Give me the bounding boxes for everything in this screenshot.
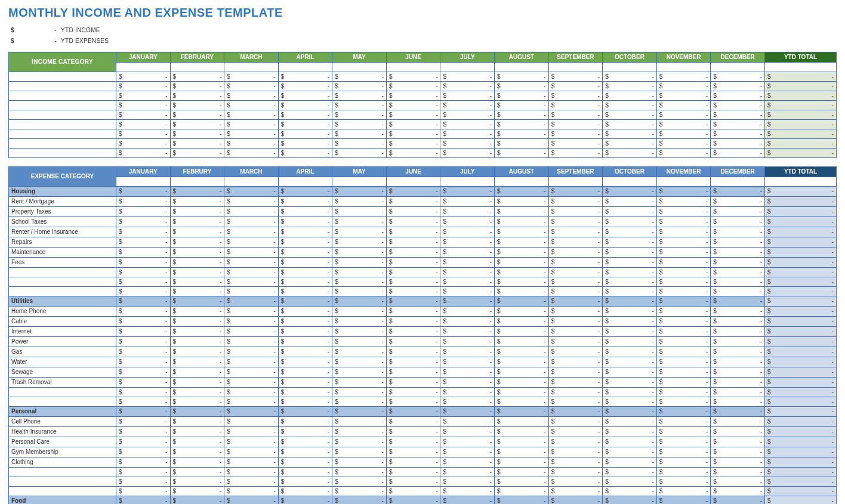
- amount-cell[interactable]: $-: [170, 378, 224, 388]
- amount-cell[interactable]: $-: [278, 347, 332, 357]
- amount-cell[interactable]: $-: [386, 129, 440, 139]
- amount-cell[interactable]: $-: [224, 227, 279, 237]
- amount-cell[interactable]: $-: [278, 207, 332, 217]
- amount-cell[interactable]: $-: [116, 378, 171, 388]
- amount-cell[interactable]: $-: [495, 427, 549, 437]
- amount-cell[interactable]: $-: [440, 101, 495, 110]
- amount-cell[interactable]: $-: [224, 417, 279, 427]
- amount-cell[interactable]: $-: [116, 82, 171, 91]
- amount-cell[interactable]: $-: [711, 197, 765, 207]
- amount-cell[interactable]: $-: [548, 378, 603, 388]
- amount-cell[interactable]: $-: [656, 457, 711, 468]
- amount-cell[interactable]: $-: [224, 217, 279, 227]
- amount-cell[interactable]: $-: [495, 139, 549, 149]
- amount-cell[interactable]: $-: [765, 378, 837, 388]
- row-label[interactable]: [9, 91, 116, 101]
- row-label[interactable]: [9, 487, 116, 496]
- amount-cell[interactable]: $-: [332, 129, 387, 139]
- amount-cell[interactable]: $-: [495, 307, 549, 317]
- amount-cell[interactable]: $-: [440, 207, 495, 217]
- amount-cell[interactable]: $-: [548, 258, 603, 268]
- row-label[interactable]: [9, 149, 116, 158]
- row-label[interactable]: Home Phone: [9, 307, 116, 317]
- row-label[interactable]: [9, 129, 116, 139]
- amount-cell[interactable]: $-: [711, 82, 765, 91]
- amount-cell[interactable]: $-: [711, 296, 765, 307]
- amount-cell[interactable]: $-: [711, 427, 765, 437]
- amount-cell[interactable]: $-: [656, 487, 711, 496]
- amount-cell[interactable]: $-: [170, 296, 224, 307]
- amount-cell[interactable]: $-: [440, 139, 495, 149]
- amount-cell[interactable]: $-: [495, 317, 549, 327]
- amount-cell[interactable]: $-: [656, 317, 711, 327]
- amount-cell[interactable]: $-: [278, 120, 332, 129]
- amount-cell[interactable]: $-: [548, 101, 603, 110]
- amount-cell[interactable]: $-: [765, 296, 837, 307]
- amount-cell[interactable]: $-: [495, 277, 549, 287]
- amount-cell[interactable]: $-: [548, 337, 603, 347]
- amount-cell[interactable]: $-: [170, 149, 224, 158]
- amount-cell[interactable]: $-: [765, 237, 837, 248]
- amount-cell[interactable]: $-: [495, 82, 549, 91]
- amount-cell[interactable]: $-: [278, 427, 332, 437]
- amount-cell[interactable]: $-: [603, 357, 657, 367]
- amount-cell[interactable]: $-: [170, 277, 224, 287]
- amount-cell[interactable]: $-: [278, 82, 332, 91]
- amount-cell[interactable]: $-: [278, 101, 332, 110]
- amount-cell[interactable]: $-: [656, 139, 711, 149]
- amount-cell[interactable]: $-: [603, 187, 657, 197]
- amount-cell[interactable]: $-: [765, 207, 837, 217]
- row-label[interactable]: [9, 72, 116, 82]
- amount-cell[interactable]: $-: [386, 258, 440, 268]
- row-label[interactable]: Health Insurance: [9, 427, 116, 437]
- amount-cell[interactable]: $-: [332, 248, 387, 258]
- amount-cell[interactable]: $-: [656, 437, 711, 447]
- row-label[interactable]: [9, 277, 116, 287]
- amount-cell[interactable]: $-: [386, 91, 440, 101]
- amount-cell[interactable]: $-: [170, 187, 224, 197]
- amount-cell[interactable]: $-: [224, 357, 279, 367]
- amount-cell[interactable]: $-: [440, 248, 495, 258]
- amount-cell[interactable]: $-: [224, 337, 279, 347]
- amount-cell[interactable]: $-: [116, 307, 171, 317]
- amount-cell[interactable]: $-: [548, 327, 603, 337]
- amount-cell[interactable]: $-: [332, 91, 387, 101]
- amount-cell[interactable]: $-: [116, 337, 171, 347]
- amount-cell[interactable]: $-: [603, 378, 657, 388]
- amount-cell[interactable]: $-: [116, 477, 171, 487]
- amount-cell[interactable]: $-: [711, 317, 765, 327]
- amount-cell[interactable]: $-: [116, 120, 171, 129]
- amount-cell[interactable]: $-: [332, 258, 387, 268]
- row-label[interactable]: [9, 82, 116, 91]
- amount-cell[interactable]: $-: [548, 447, 603, 457]
- amount-cell[interactable]: $-: [170, 468, 224, 477]
- amount-cell[interactable]: $-: [332, 457, 387, 468]
- amount-cell[interactable]: $-: [116, 457, 171, 468]
- amount-cell[interactable]: $-: [170, 417, 224, 427]
- amount-cell[interactable]: $-: [440, 388, 495, 397]
- amount-cell[interactable]: $-: [332, 468, 387, 477]
- amount-cell[interactable]: $-: [440, 197, 495, 207]
- amount-cell[interactable]: $-: [224, 447, 279, 457]
- amount-cell[interactable]: $-: [440, 82, 495, 91]
- row-label[interactable]: Renter / Home Insurance: [9, 227, 116, 237]
- amount-cell[interactable]: $-: [656, 307, 711, 317]
- amount-cell[interactable]: $-: [170, 101, 224, 110]
- amount-cell[interactable]: $-: [386, 357, 440, 367]
- amount-cell[interactable]: $-: [332, 268, 387, 277]
- amount-cell[interactable]: $-: [440, 258, 495, 268]
- row-label[interactable]: Maintenance: [9, 248, 116, 258]
- amount-cell[interactable]: $-: [603, 487, 657, 496]
- amount-cell[interactable]: $-: [603, 268, 657, 277]
- amount-cell[interactable]: $-: [711, 237, 765, 248]
- amount-cell[interactable]: $-: [495, 268, 549, 277]
- row-label[interactable]: Utilities: [9, 296, 116, 307]
- amount-cell[interactable]: $-: [765, 327, 837, 337]
- amount-cell[interactable]: $-: [116, 468, 171, 477]
- amount-cell[interactable]: $-: [170, 91, 224, 101]
- amount-cell[interactable]: $-: [116, 347, 171, 357]
- amount-cell[interactable]: $-: [440, 437, 495, 447]
- amount-cell[interactable]: $-: [170, 327, 224, 337]
- amount-cell[interactable]: $-: [170, 337, 224, 347]
- amount-cell[interactable]: $-: [440, 487, 495, 496]
